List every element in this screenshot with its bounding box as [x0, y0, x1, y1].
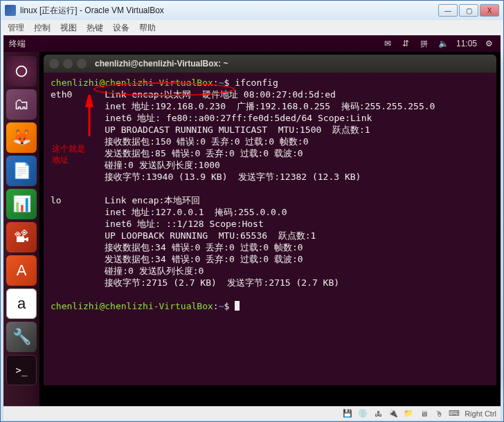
status-network-icon[interactable]: 🖧 — [373, 409, 383, 419]
status-capture-icon[interactable]: 🖱 — [434, 409, 444, 419]
menu-help[interactable]: 帮助 — [139, 22, 156, 34]
window-controls: — ▢ X — [437, 4, 499, 17]
clock[interactable]: 11:05 — [456, 39, 477, 48]
status-display-icon[interactable]: 🖥 — [419, 409, 429, 419]
software-center-icon[interactable]: A — [6, 255, 37, 286]
terminal-min-button[interactable] — [63, 59, 73, 68]
vm-display[interactable]: 终端 11:05 🗂 🦊 📄 📊 📽 A a 🔧 — [3, 35, 501, 406]
mail-icon[interactable] — [384, 39, 394, 48]
input-method-icon[interactable] — [420, 39, 430, 48]
terminal-window: chenlizhi@chenlizhi-VirtualBox: ~ chenli… — [44, 55, 496, 385]
virtualbox-window: linux [正在运行] - Oracle VM VirtualBox — ▢ … — [0, 0, 504, 422]
cursor — [235, 301, 240, 311]
calc-icon[interactable]: 📊 — [6, 189, 37, 219]
status-optical-icon[interactable]: 💿 — [358, 409, 368, 419]
settings-icon[interactable]: 🔧 — [6, 322, 37, 352]
files-icon[interactable]: 🗂 — [6, 89, 37, 120]
terminal-close-button[interactable] — [49, 59, 59, 68]
virtualbox-status-bar: 💾 💿 🖧 🔌 📁 🖥 🖱 ⌨ Right Ctrl — [3, 406, 501, 420]
terminal-output: eth0 Link encap:以太网 硬件地址 08:00:27:0d:5d:… — [51, 89, 435, 288]
unity-launcher: 🗂 🦊 📄 📊 📽 A a 🔧 — [3, 52, 39, 406]
menu-devices[interactable]: 设备 — [113, 22, 129, 34]
status-usb-icon[interactable]: 🔌 — [388, 409, 398, 419]
command-text: ifconfig — [235, 77, 278, 88]
impress-icon[interactable]: 📽 — [6, 222, 37, 253]
window-titlebar[interactable]: linux [正在运行] - Oracle VM VirtualBox — ▢ … — [1, 1, 503, 20]
menu-manage[interactable]: 管理 — [8, 22, 24, 34]
active-app-label: 终端 — [9, 38, 384, 50]
minimize-button[interactable]: — — [438, 4, 458, 17]
terminal-titlebar[interactable]: chenlizhi@chenlizhi-VirtualBox: ~ — [44, 55, 496, 73]
menu-control[interactable]: 控制 — [34, 22, 51, 34]
status-shared-icon[interactable]: 📁 — [404, 409, 413, 419]
terminal-body[interactable]: chenlizhi@chenlizhi-VirtualBox:~$ ifconf… — [44, 73, 496, 385]
svg-point-0 — [17, 66, 27, 77]
close-button[interactable]: X — [480, 4, 499, 17]
system-tray: 11:05 — [384, 39, 495, 48]
host-key-label: Right Ctrl — [465, 410, 496, 418]
prompt-user-2: chenlizhi@chenlizhi-VirtualBox — [51, 301, 213, 311]
status-hostkey-icon[interactable]: ⌨ — [449, 409, 459, 419]
terminal-launcher-icon[interactable] — [6, 355, 37, 385]
virtualbox-icon — [5, 5, 16, 16]
prompt-user: chenlizhi@chenlizhi-VirtualBox — [51, 77, 213, 88]
menu-view[interactable]: 视图 — [60, 22, 77, 34]
prompt-dollar: $ — [224, 77, 235, 88]
ubuntu-top-panel: 终端 11:05 — [3, 35, 501, 52]
writer-icon[interactable]: 📄 — [6, 156, 37, 186]
maximize-button[interactable]: ▢ — [459, 4, 478, 17]
network-icon[interactable] — [402, 39, 412, 48]
dash-icon[interactable] — [6, 56, 37, 86]
terminal-title: chenlizhi@chenlizhi-VirtualBox: ~ — [95, 59, 228, 68]
firefox-icon[interactable]: 🦊 — [6, 122, 37, 153]
prompt-dollar-2: $ — [224, 301, 235, 311]
menu-input[interactable]: 热键 — [87, 22, 103, 34]
gear-icon[interactable] — [485, 39, 495, 48]
sound-icon[interactable] — [438, 39, 448, 48]
terminal-max-button[interactable] — [77, 59, 87, 68]
window-title: linux [正在运行] - Oracle VM VirtualBox — [20, 5, 437, 17]
amazon-icon[interactable]: a — [6, 288, 37, 319]
status-disk-icon[interactable]: 💾 — [343, 409, 352, 419]
virtualbox-menu-bar: 管理 控制 视图 热键 设备 帮助 — [1, 20, 503, 35]
